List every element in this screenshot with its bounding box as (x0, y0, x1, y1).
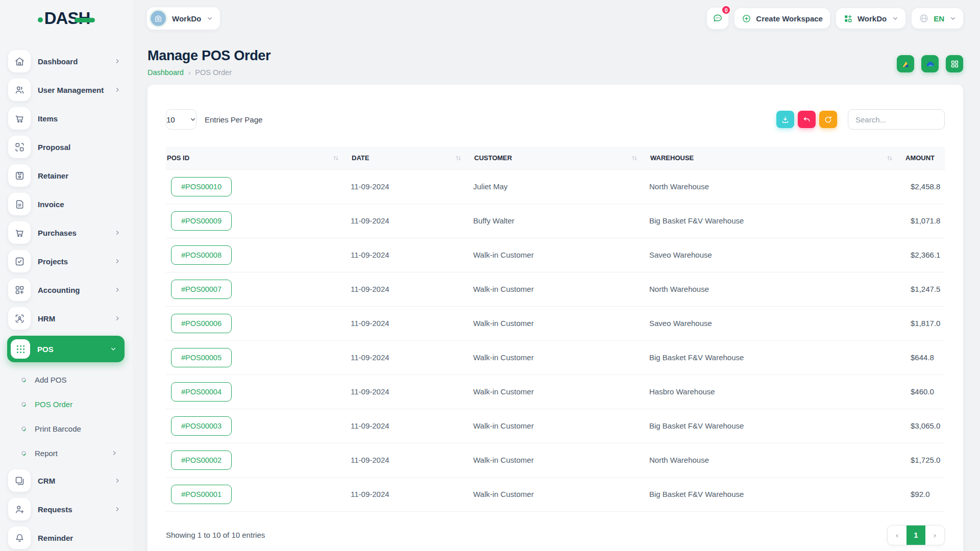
users-icon (8, 79, 31, 101)
sort-icon[interactable] (332, 155, 339, 162)
sidebar-item-requests[interactable]: Requests (8, 498, 125, 520)
sidebar-subitem-pos-order[interactable]: POS Order (8, 392, 125, 416)
chevron-right-icon (111, 450, 125, 456)
sidebar-subitem-print-barcode[interactable]: Print Barcode (8, 416, 125, 441)
cell-customer: Walk-in Customer (473, 306, 649, 340)
pos-id-badge[interactable]: #POS00009 (171, 211, 232, 231)
sidebar-item-label: Requests (38, 505, 72, 514)
column-header-wrap: AMOUNT (904, 154, 945, 162)
sidebar-item-reminder[interactable]: Reminder (8, 527, 125, 549)
pos-id-badge[interactable]: #POS00006 (171, 314, 232, 333)
workspace-selector[interactable]: WorkDo (147, 7, 220, 30)
bullet-icon (20, 377, 27, 383)
cell-warehouse: Saveo Warehouse (649, 238, 904, 272)
chevron-right-icon (114, 287, 125, 293)
pagination-prev-button[interactable]: ‹ (888, 525, 906, 545)
sort-icon[interactable] (455, 155, 462, 162)
pos-id-badge[interactable]: #POS00007 (171, 280, 232, 299)
cell-date: 11-09-2024 (351, 306, 473, 340)
sidebar-item-retainer[interactable]: Retainer (8, 164, 125, 187)
cell-warehouse: North Warehouse (649, 443, 904, 477)
bullet-icon (20, 450, 27, 456)
chevron-right-icon (114, 58, 125, 64)
column-header-label: AMOUNT (905, 154, 935, 162)
language-selector[interactable]: EN (912, 8, 963, 29)
onedrive-button[interactable] (921, 55, 939, 72)
cell-pos-id: #POS00005 (166, 340, 351, 374)
page-title: Manage POS Order (148, 48, 271, 64)
cell-amount: $1,725.0 (904, 443, 945, 477)
sidebar-item-dashboard[interactable]: Dashboard (8, 50, 125, 72)
accounting-icon (8, 279, 31, 301)
column-header-date[interactable]: DATE (351, 147, 473, 169)
entries-per-page-select[interactable]: 10 (166, 109, 197, 130)
cart-icon (8, 221, 31, 244)
breadcrumb-separator-icon: › (188, 69, 190, 77)
table-row: #POS0000111-09-2024Walk-in CustomerBig B… (166, 477, 945, 511)
sidebar-item-label: POS (37, 345, 54, 354)
entries-per-page-label: Entries Per Page (205, 115, 262, 124)
sidebar-item-user-management[interactable]: User Management (8, 79, 125, 101)
sidebar-item-purchases[interactable]: Purchases (8, 221, 125, 244)
cell-date: 11-09-2024 (351, 204, 473, 238)
table-row: #POS0000711-09-2024Walk-in CustomerNorth… (166, 272, 945, 306)
search-input[interactable] (848, 109, 945, 130)
pos-id-badge[interactable]: #POS00004 (171, 382, 232, 402)
messages-button[interactable]: 0 (707, 8, 728, 29)
grid-plus-icon (843, 14, 853, 23)
column-header-amount[interactable]: AMOUNT (904, 147, 945, 169)
sidebar-item-label: Retainer (38, 171, 68, 180)
sidebar-item-pos[interactable]: POS (7, 336, 125, 362)
app-switcher-button[interactable]: WorkDo (836, 8, 905, 29)
cell-amount: $2,458.8 (904, 169, 945, 204)
pos-id-badge[interactable]: #POS00001 (171, 485, 232, 504)
sidebar-subitem-report[interactable]: Report (8, 441, 125, 465)
cell-pos-id: #POS00004 (166, 374, 351, 409)
sidebar-item-projects[interactable]: Projects (8, 250, 125, 272)
pos-icon (11, 339, 30, 359)
column-header-warehouse[interactable]: WAREHOUSE (649, 147, 904, 169)
column-header-customer[interactable]: CUSTOMER (473, 147, 649, 169)
refresh-button[interactable] (819, 111, 837, 128)
chevron-down-icon (950, 15, 956, 21)
sidebar-subitem-add-pos[interactable]: Add POS (8, 367, 125, 392)
sidebar-item-crm[interactable]: CRM (8, 469, 125, 492)
sidebar-item-items[interactable]: Items (8, 107, 125, 130)
pos-id-badge[interactable]: #POS00008 (171, 245, 232, 265)
sort-icon[interactable] (886, 155, 893, 162)
google-drive-button[interactable] (897, 55, 914, 72)
pagination-page-1-button[interactable]: 1 (906, 525, 925, 545)
sidebar-item-invoice[interactable]: Invoice (8, 193, 125, 215)
pos-id-badge[interactable]: #POS00002 (171, 450, 232, 470)
pos-id-badge[interactable]: #POS00003 (171, 416, 232, 436)
table-header-row: POS IDDATECUSTOMERWAREHOUSEAMOUNT (166, 147, 945, 169)
globe-icon (919, 13, 929, 23)
sidebar-item-label: Purchases (38, 229, 77, 237)
sidebar-item-accounting[interactable]: Accounting (8, 279, 125, 301)
apps-grid-button[interactable] (946, 55, 963, 72)
breadcrumb-dashboard-link[interactable]: Dashboard (148, 68, 184, 77)
cell-date: 11-09-2024 (351, 443, 473, 477)
cell-customer: Walk-in Customer (473, 272, 649, 306)
sidebar-item-hrm[interactable]: HRM (8, 307, 125, 330)
column-header-pos-id[interactable]: POS ID (166, 147, 351, 169)
pos-id-badge[interactable]: #POS00005 (171, 348, 232, 367)
undo-button[interactable] (798, 111, 816, 128)
sidebar-item-label: CRM (38, 477, 55, 485)
sidebar-item-proposal[interactable]: Proposal (8, 136, 125, 158)
workspace-avatar (149, 9, 167, 28)
sidebar-item-label: Projects (38, 257, 68, 266)
chat-icon (712, 13, 723, 24)
cell-amount: $1,071.8 (904, 204, 945, 238)
column-header-wrap: CUSTOMER (473, 154, 649, 162)
sort-icon[interactable] (631, 155, 638, 162)
sidebar-item-label: User Management (38, 86, 104, 94)
messages-count-badge: 0 (721, 5, 731, 15)
export-download-button[interactable] (776, 111, 794, 128)
brand-logo[interactable]: DASH (0, 0, 133, 37)
pagination-next-button[interactable]: › (925, 525, 944, 545)
column-header-wrap: POS ID (166, 154, 351, 162)
pos-id-badge[interactable]: #POS00010 (171, 177, 232, 196)
create-workspace-button[interactable]: Create Workspace (734, 8, 830, 29)
cell-amount: $1,817.0 (904, 306, 945, 340)
